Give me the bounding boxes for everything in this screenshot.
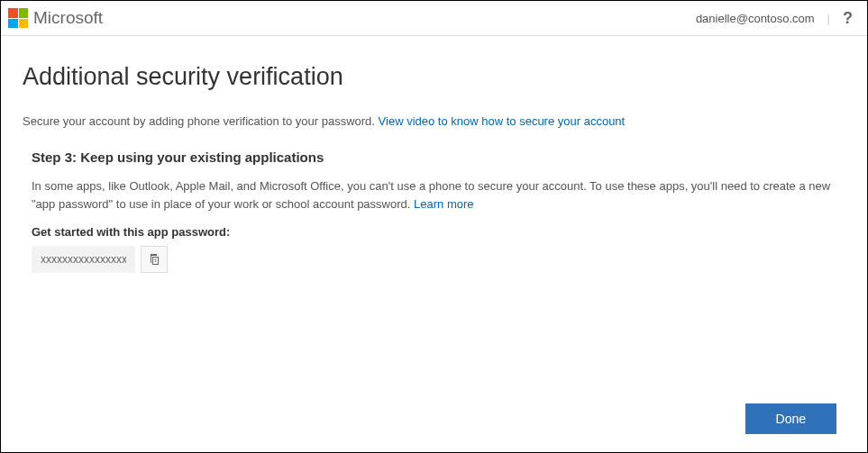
copy-button[interactable] [141,246,168,273]
copy-icon [147,252,161,267]
main-content: Additional security verification Secure … [1,36,867,452]
header-right: danielle@contoso.com | ? [696,9,853,28]
app-password-row [32,246,845,273]
app-password-label: Get started with this app password: [32,225,845,239]
step-title: Step 3: Keep using your existing applica… [32,149,845,165]
app-header: Microsoft danielle@contoso.com | ? [1,1,867,36]
video-link[interactable]: View video to know how to secure your ac… [379,114,626,128]
step-description: In some apps, like Outlook, Apple Mail, … [32,177,836,213]
learn-more-link[interactable]: Learn more [414,197,473,211]
user-email: danielle@contoso.com [696,12,815,25]
microsoft-logo-icon [8,8,28,28]
subtitle-text: Secure your account by adding phone veri… [23,114,379,128]
app-password-field[interactable] [32,246,135,273]
brand-area: Microsoft [8,8,103,28]
separator: | [827,12,830,25]
help-icon[interactable]: ? [843,9,853,28]
footer-actions: Done [23,403,845,434]
page-title: Additional security verification [23,63,845,91]
done-button[interactable]: Done [745,403,836,434]
brand-name: Microsoft [33,8,103,28]
page-subtitle: Secure your account by adding phone veri… [23,114,845,128]
